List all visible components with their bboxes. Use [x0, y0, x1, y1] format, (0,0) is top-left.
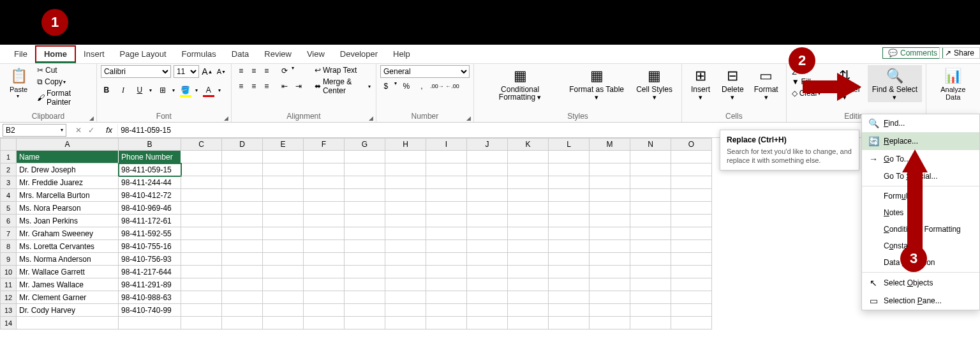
cell[interactable]: [385, 304, 426, 317]
cell[interactable]: [385, 163, 426, 176]
col-header-N[interactable]: N: [630, 138, 671, 151]
cell[interactable]: [426, 163, 467, 176]
align-center-icon[interactable]: ≡: [248, 80, 260, 92]
cell[interactable]: [222, 176, 263, 189]
cell[interactable]: [222, 291, 263, 304]
cell[interactable]: [222, 215, 263, 227]
cell[interactable]: [630, 163, 671, 176]
col-header-D[interactable]: D: [222, 138, 263, 151]
col-header-O[interactable]: O: [671, 138, 712, 151]
cell[interactable]: [304, 253, 345, 266]
cell[interactable]: Mr. Freddie Juarez: [17, 176, 119, 189]
cell[interactable]: [181, 215, 222, 227]
row-header[interactable]: 11: [0, 278, 17, 291]
chevron-down-icon[interactable]: ▾: [61, 127, 63, 133]
cell[interactable]: [671, 304, 712, 317]
row-header[interactable]: 2: [0, 163, 17, 176]
cell[interactable]: [630, 202, 671, 215]
cell[interactable]: [222, 227, 263, 240]
row-header[interactable]: 4: [0, 189, 17, 202]
underline-button[interactable]: U: [134, 84, 145, 96]
accounting-icon[interactable]: $: [380, 80, 392, 92]
cell[interactable]: [630, 215, 671, 227]
cell[interactable]: [181, 189, 222, 202]
cell[interactable]: [119, 317, 181, 330]
cell[interactable]: [671, 176, 712, 189]
increase-decimal-icon[interactable]: .00→: [431, 80, 443, 92]
cell[interactable]: [263, 202, 304, 215]
copy-button[interactable]: ⧉Copy▾: [36, 77, 93, 87]
cell[interactable]: [304, 266, 345, 278]
cell[interactable]: [181, 278, 222, 291]
cell[interactable]: [263, 227, 304, 240]
cell[interactable]: [304, 317, 345, 330]
cell[interactable]: [467, 304, 508, 317]
cell[interactable]: [304, 202, 345, 215]
cell[interactable]: [671, 240, 712, 253]
cell[interactable]: [181, 253, 222, 266]
comma-icon[interactable]: ,: [416, 80, 427, 92]
font-color-button[interactable]: A: [203, 84, 214, 96]
cell[interactable]: [222, 151, 263, 163]
cell[interactable]: [345, 189, 385, 202]
cell[interactable]: [304, 176, 345, 189]
cell[interactable]: [630, 304, 671, 317]
cell[interactable]: [549, 227, 590, 240]
cell[interactable]: [671, 253, 712, 266]
menu-select-objects[interactable]: ↖Select Objects: [862, 274, 979, 292]
cell[interactable]: [590, 278, 630, 291]
decrease-decimal-icon[interactable]: ←.00: [447, 80, 458, 92]
cell[interactable]: [345, 202, 385, 215]
cell[interactable]: [467, 163, 508, 176]
cell[interactable]: [426, 189, 467, 202]
cell[interactable]: [467, 266, 508, 278]
paste-button[interactable]: 📋 Paste ▾: [4, 65, 33, 100]
cell[interactable]: [263, 176, 304, 189]
cell[interactable]: [508, 163, 549, 176]
cell[interactable]: [181, 151, 222, 163]
format-cells-button[interactable]: ▭Format▾: [750, 65, 782, 102]
cell[interactable]: [671, 151, 712, 163]
row-header[interactable]: 8: [0, 240, 17, 253]
cell[interactable]: [467, 227, 508, 240]
cell[interactable]: [385, 151, 426, 163]
cell[interactable]: [549, 215, 590, 227]
cell[interactable]: Ms. Norma Anderson: [17, 253, 119, 266]
cell[interactable]: [508, 215, 549, 227]
cell[interactable]: 98-411-059-15: [119, 163, 181, 176]
cell[interactable]: [426, 304, 467, 317]
align-left-icon[interactable]: ≡: [235, 80, 247, 92]
cell[interactable]: [304, 304, 345, 317]
delete-cells-button[interactable]: ⊟Delete▾: [718, 65, 748, 102]
cell[interactable]: [467, 176, 508, 189]
col-header-G[interactable]: G: [345, 138, 385, 151]
cell[interactable]: [590, 176, 630, 189]
cell[interactable]: [181, 266, 222, 278]
cell[interactable]: Ms. Loretta Cervantes: [17, 240, 119, 253]
cell[interactable]: [590, 304, 630, 317]
cell[interactable]: [508, 151, 549, 163]
cell[interactable]: [263, 151, 304, 163]
cell[interactable]: [549, 253, 590, 266]
shrink-font-icon[interactable]: A▼: [216, 66, 227, 77]
cell[interactable]: [630, 317, 671, 330]
cell[interactable]: 98-41-217-644: [119, 266, 181, 278]
find-select-button[interactable]: 🔍Find & Select ▾: [868, 65, 921, 102]
cell[interactable]: [304, 151, 345, 163]
insert-cells-button[interactable]: ⊞Insert▾: [686, 65, 715, 102]
tab-developer[interactable]: Developer: [332, 47, 385, 61]
col-header-A[interactable]: A: [17, 138, 119, 151]
cell[interactable]: [630, 189, 671, 202]
cell[interactable]: [508, 253, 549, 266]
number-format-select[interactable]: General: [380, 65, 470, 78]
cell[interactable]: [345, 253, 385, 266]
cell[interactable]: [590, 317, 630, 330]
cell[interactable]: [549, 266, 590, 278]
cell[interactable]: [345, 151, 385, 163]
cell[interactable]: [263, 253, 304, 266]
cell[interactable]: [181, 240, 222, 253]
cell[interactable]: [222, 240, 263, 253]
cell[interactable]: [426, 317, 467, 330]
cell[interactable]: [345, 304, 385, 317]
cell[interactable]: [549, 189, 590, 202]
